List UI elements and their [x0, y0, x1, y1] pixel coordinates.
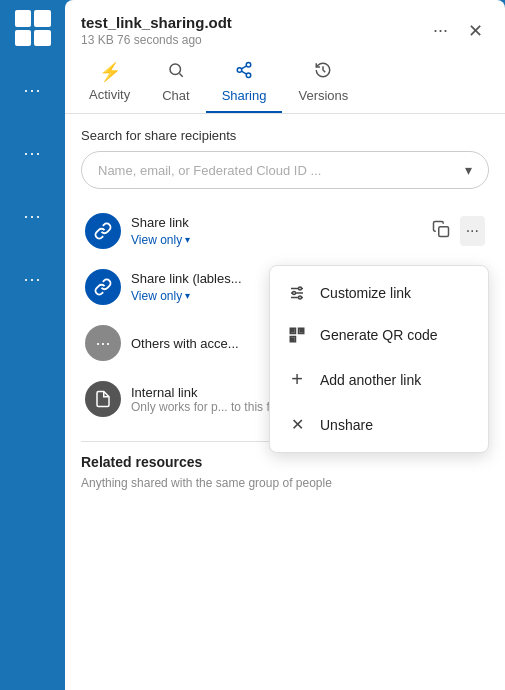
avatar-link2: [85, 269, 121, 305]
versions-icon: [314, 61, 332, 84]
more-options-button[interactable]: ···: [427, 16, 454, 45]
tab-chat-label: Chat: [162, 88, 189, 103]
content-area: Search for share recipients Name, email,…: [65, 114, 505, 690]
avatar-link1: [85, 213, 121, 249]
svg-point-12: [293, 292, 296, 295]
qr-code-icon: [286, 326, 308, 344]
tab-versions-label: Versions: [298, 88, 348, 103]
view-only-badge-2[interactable]: View only ▾: [131, 289, 190, 303]
svg-rect-18: [300, 330, 302, 332]
caret-icon-2: ▾: [185, 290, 190, 301]
sidebar-item-2[interactable]: ···: [23, 125, 41, 182]
sidebar: ··· ··· ··· ···: [0, 0, 65, 690]
menu-unshare[interactable]: ✕ Unshare: [270, 403, 488, 446]
tab-activity[interactable]: ⚡ Activity: [73, 51, 146, 113]
view-only-badge-1[interactable]: View only ▾: [131, 233, 190, 247]
menu-add-link[interactable]: + Add another link: [270, 356, 488, 403]
chevron-down-icon: ▾: [465, 162, 472, 178]
menu-qr-label: Generate QR code: [320, 327, 438, 343]
svg-point-13: [299, 296, 302, 299]
context-menu: Customize link: [269, 265, 489, 453]
caret-icon-1: ▾: [185, 234, 190, 245]
search-label: Search for share recipients: [81, 128, 489, 143]
share-item-link1: Share link View only ▾ ···: [81, 205, 489, 257]
menu-qr-code[interactable]: Generate QR code: [270, 314, 488, 356]
sharing-icon: [235, 61, 253, 84]
svg-rect-19: [292, 338, 294, 340]
menu-unshare-label: Unshare: [320, 417, 373, 433]
share-list: Share link View only ▾ ···: [81, 205, 489, 425]
sidebar-item-4[interactable]: ···: [23, 251, 41, 308]
avatar-others: ···: [85, 325, 121, 361]
menu-add-link-label: Add another link: [320, 372, 421, 388]
main-panel: test_link_sharing.odt 13 KB 76 seconds a…: [65, 0, 505, 690]
apps-grid-icon[interactable]: [15, 10, 51, 46]
file-name: test_link_sharing.odt: [81, 14, 427, 31]
chat-icon: [167, 61, 185, 84]
sidebar-dots-1: ···: [23, 72, 41, 109]
related-title: Related resources: [81, 454, 489, 470]
share-info-link1: Share link View only ▾: [131, 215, 416, 248]
svg-rect-7: [438, 227, 448, 237]
customize-icon: [286, 284, 308, 302]
svg-line-5: [241, 71, 246, 74]
tab-sharing[interactable]: Sharing: [206, 51, 283, 113]
avatar-internal: [85, 381, 121, 417]
tab-sharing-label: Sharing: [222, 88, 267, 103]
share-name-link1: Share link: [131, 215, 416, 230]
svg-point-2: [246, 63, 251, 68]
svg-point-4: [246, 73, 251, 78]
svg-point-11: [299, 287, 302, 290]
svg-line-6: [241, 66, 246, 69]
tab-versions[interactable]: Versions: [282, 51, 364, 113]
file-info: test_link_sharing.odt 13 KB 76 seconds a…: [81, 14, 427, 47]
menu-customize-label: Customize link: [320, 285, 411, 301]
search-box[interactable]: Name, email, or Federated Cloud ID ... ▾: [81, 151, 489, 189]
tab-activity-label: Activity: [89, 87, 130, 102]
header-actions: ··· ✕: [427, 16, 489, 46]
related-description: Anything shared with the same group of p…: [81, 476, 489, 490]
tabs: ⚡ Activity Chat Sharing: [65, 51, 505, 114]
unshare-icon: ✕: [286, 415, 308, 434]
activity-icon: ⚡: [99, 61, 121, 83]
menu-customize[interactable]: Customize link: [270, 272, 488, 314]
sidebar-item-3[interactable]: ···: [23, 188, 41, 245]
copy-link-button-1[interactable]: [426, 214, 456, 248]
svg-point-3: [237, 68, 242, 73]
panel-header: test_link_sharing.odt 13 KB 76 seconds a…: [65, 0, 505, 51]
close-button[interactable]: ✕: [462, 16, 489, 46]
svg-point-0: [170, 64, 181, 75]
svg-rect-17: [292, 330, 294, 332]
add-link-icon: +: [286, 368, 308, 391]
share-item-actions-1: ···: [426, 214, 485, 248]
tab-chat[interactable]: Chat: [146, 51, 205, 113]
sidebar-dots-2: ···: [23, 135, 41, 172]
file-meta: 13 KB 76 seconds ago: [81, 33, 427, 47]
sidebar-dots-4: ···: [23, 261, 41, 298]
more-options-link1[interactable]: ···: [460, 216, 485, 246]
sidebar-dots-3: ···: [23, 198, 41, 235]
svg-line-1: [179, 73, 182, 76]
search-placeholder: Name, email, or Federated Cloud ID ...: [98, 163, 321, 178]
sidebar-item-1[interactable]: ···: [23, 62, 41, 119]
